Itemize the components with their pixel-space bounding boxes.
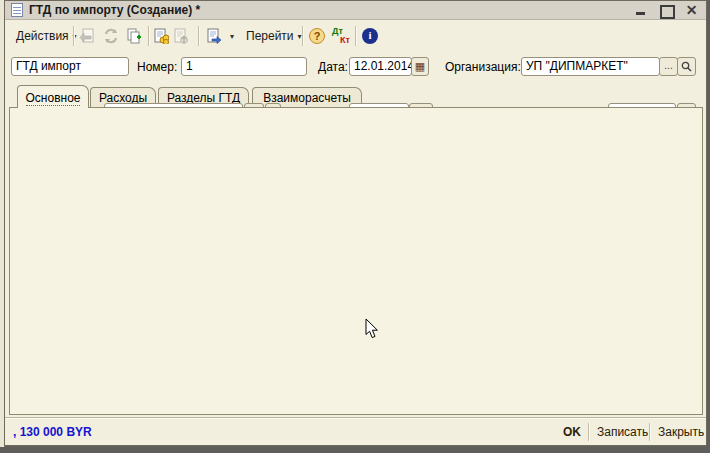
date-label: Дата:	[318, 60, 348, 74]
post-document-icon	[153, 28, 169, 44]
write-icon	[79, 28, 95, 44]
toolbar-separator	[198, 26, 200, 46]
toolbar: Действия ▾	[5, 21, 706, 51]
ok-button[interactable]: OK	[557, 423, 587, 441]
info-icon: i	[362, 28, 378, 44]
tab-panel-main	[9, 107, 703, 415]
organization-field[interactable]: УП "ДИПМАРКЕТ"	[521, 57, 660, 76]
info-button[interactable]: i	[361, 27, 379, 45]
chevron-down-icon: ▾	[230, 32, 234, 41]
organization-label: Организация:	[445, 60, 521, 74]
date-field[interactable]: 12.01.2014	[349, 57, 412, 76]
window-title: ГТД по импорту (Создание) *	[29, 3, 200, 17]
chevron-down-icon: ▾	[298, 32, 302, 41]
goto-menu-button[interactable]: Перейти ▾	[241, 25, 307, 47]
organization-open-button[interactable]	[677, 57, 696, 76]
refresh-button	[102, 27, 120, 45]
toolbar-separator	[355, 26, 357, 46]
minimize-icon[interactable]	[635, 4, 648, 17]
date-calendar-button[interactable]: ▦	[411, 57, 429, 76]
debit-credit-icon: Дт Кт	[332, 27, 350, 45]
tab-main-label: Основное	[26, 91, 81, 106]
desktop: ГТД по импорту (Создание) * ✕ Действия ▾	[0, 0, 710, 453]
actions-menu-label: Действия	[16, 29, 69, 43]
calendar-icon: ▦	[415, 60, 425, 72]
help-button[interactable]: ?	[308, 27, 326, 45]
magnifier-icon	[681, 61, 692, 72]
document-window: ГТД по импорту (Создание) * ✕ Действия ▾	[4, 0, 707, 446]
help-icon: ?	[309, 28, 325, 44]
status-bar: , 130 000 BYR OK Записать Закрыть	[5, 417, 706, 445]
statusbar-separator	[588, 423, 590, 441]
mouse-cursor	[365, 318, 379, 340]
goto-menu-label: Перейти	[246, 29, 294, 43]
refresh-icon	[103, 28, 119, 44]
toolbar-separator	[148, 26, 150, 46]
copy-button[interactable]	[125, 27, 143, 45]
unpost-document-icon	[173, 28, 189, 44]
debit-credit-button[interactable]: Дт Кт	[332, 27, 350, 45]
toolbar-separator	[73, 26, 75, 46]
doc-type-field[interactable]: ГТД импорт	[11, 57, 129, 76]
status-total: , 130 000 BYR	[13, 425, 92, 439]
credit-label: Кт	[340, 36, 350, 45]
close-button[interactable]: Закрыть	[652, 423, 710, 441]
document-icon	[11, 3, 23, 17]
copy-icon	[126, 28, 142, 44]
number-field[interactable]: 1	[181, 57, 307, 76]
output-dropdown-button[interactable]: ▾	[223, 25, 237, 47]
output-button[interactable]	[205, 27, 223, 45]
toolbar-separator	[302, 26, 304, 46]
actions-menu-button[interactable]: Действия ▾	[11, 25, 82, 47]
save-button[interactable]: Записать	[591, 423, 654, 441]
post-document-button[interactable]	[152, 27, 170, 45]
tab-main[interactable]: Основное	[17, 85, 89, 108]
organization-select-button[interactable]: ...	[659, 57, 678, 76]
output-icon	[206, 28, 222, 44]
window-controls: ✕	[635, 1, 698, 20]
number-label: Номер:	[137, 60, 177, 74]
close-icon[interactable]: ✕	[685, 4, 698, 17]
unpost-document-button	[172, 27, 190, 45]
maximize-icon[interactable]	[660, 4, 673, 17]
write-button	[78, 27, 96, 45]
statusbar-separator	[649, 423, 651, 441]
title-bar[interactable]: ГТД по импорту (Создание) * ✕	[5, 1, 706, 20]
